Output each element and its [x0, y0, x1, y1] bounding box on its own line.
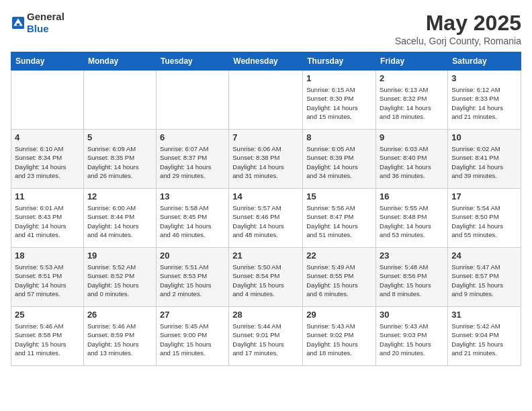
calendar-cell: 21Sunrise: 5:50 AM Sunset: 8:54 PM Dayli… [229, 248, 303, 307]
calendar-cell [229, 71, 303, 130]
day-info: Sunrise: 5:58 AM Sunset: 8:45 PM Dayligh… [160, 203, 225, 239]
day-number: 28 [232, 310, 299, 320]
day-info: Sunrise: 5:50 AM Sunset: 8:54 PM Dayligh… [232, 263, 299, 298]
day-info: Sunrise: 6:03 AM Sunset: 8:40 PM Dayligh… [380, 144, 444, 180]
title-block: May 2025 Sacelu, Gorj County, Romania [395, 11, 521, 46]
calendar-cell: 24Sunrise: 5:47 AM Sunset: 8:57 PM Dayli… [448, 248, 521, 307]
day-info: Sunrise: 6:05 AM Sunset: 8:39 PM Dayligh… [306, 144, 372, 180]
day-info: Sunrise: 6:12 AM Sunset: 8:33 PM Dayligh… [451, 85, 517, 121]
calendar-cell: 9Sunrise: 6:03 AM Sunset: 8:40 PM Daylig… [376, 130, 448, 189]
day-info: Sunrise: 5:57 AM Sunset: 8:46 PM Dayligh… [232, 203, 299, 239]
day-number: 30 [380, 310, 444, 320]
calendar-cell: 8Sunrise: 6:05 AM Sunset: 8:39 PM Daylig… [303, 130, 376, 189]
day-info: Sunrise: 5:48 AM Sunset: 8:56 PM Dayligh… [380, 263, 444, 298]
calendar-table: SundayMondayTuesdayWednesdayThursdayFrid… [11, 52, 521, 366]
calendar-cell [156, 71, 228, 130]
weekday-header-tuesday: Tuesday [156, 52, 228, 71]
day-info: Sunrise: 6:09 AM Sunset: 8:35 PM Dayligh… [87, 144, 152, 180]
day-number: 9 [380, 132, 444, 142]
day-number: 27 [160, 310, 225, 320]
week-row-1: 1Sunrise: 6:15 AM Sunset: 8:30 PM Daylig… [11, 71, 521, 130]
day-info: Sunrise: 6:07 AM Sunset: 8:37 PM Dayligh… [160, 144, 225, 180]
calendar-cell: 12Sunrise: 6:00 AM Sunset: 8:44 PM Dayli… [83, 189, 156, 248]
day-info: Sunrise: 6:15 AM Sunset: 8:30 PM Dayligh… [306, 85, 372, 121]
week-row-5: 25Sunrise: 5:46 AM Sunset: 8:58 PM Dayli… [11, 307, 521, 366]
day-info: Sunrise: 5:44 AM Sunset: 9:01 PM Dayligh… [232, 322, 299, 357]
day-info: Sunrise: 5:54 AM Sunset: 8:50 PM Dayligh… [451, 203, 517, 239]
calendar-cell: 28Sunrise: 5:44 AM Sunset: 9:01 PM Dayli… [229, 307, 303, 366]
day-number: 24 [451, 250, 517, 261]
calendar-cell: 3Sunrise: 6:12 AM Sunset: 8:33 PM Daylig… [448, 71, 521, 130]
logo-general: General [27, 11, 64, 22]
day-number: 19 [87, 250, 152, 261]
day-number: 26 [87, 310, 152, 320]
weekday-header-sunday: Sunday [11, 52, 84, 71]
week-row-2: 4Sunrise: 6:10 AM Sunset: 8:34 PM Daylig… [11, 130, 521, 189]
weekday-header-row: SundayMondayTuesdayWednesdayThursdayFrid… [11, 52, 521, 71]
day-info: Sunrise: 5:46 AM Sunset: 8:58 PM Dayligh… [15, 322, 80, 357]
weekday-header-wednesday: Wednesday [229, 52, 303, 71]
calendar-cell: 6Sunrise: 6:07 AM Sunset: 8:37 PM Daylig… [156, 130, 228, 189]
day-info: Sunrise: 5:42 AM Sunset: 9:04 PM Dayligh… [451, 322, 517, 357]
day-number: 13 [160, 191, 225, 201]
calendar-cell: 17Sunrise: 5:54 AM Sunset: 8:50 PM Dayli… [448, 189, 521, 248]
calendar-cell: 1Sunrise: 6:15 AM Sunset: 8:30 PM Daylig… [303, 71, 376, 130]
calendar-cell: 13Sunrise: 5:58 AM Sunset: 8:45 PM Dayli… [156, 189, 228, 248]
day-info: Sunrise: 6:06 AM Sunset: 8:38 PM Dayligh… [232, 144, 299, 180]
calendar-cell: 26Sunrise: 5:46 AM Sunset: 8:59 PM Dayli… [83, 307, 156, 366]
calendar-cell: 18Sunrise: 5:53 AM Sunset: 8:51 PM Dayli… [11, 248, 84, 307]
calendar-cell: 2Sunrise: 6:13 AM Sunset: 8:32 PM Daylig… [376, 71, 448, 130]
calendar-cell: 22Sunrise: 5:49 AM Sunset: 8:55 PM Dayli… [303, 248, 376, 307]
weekday-header-saturday: Saturday [448, 52, 521, 71]
day-number: 29 [306, 310, 372, 320]
day-number: 3 [451, 73, 517, 83]
calendar-cell: 11Sunrise: 6:01 AM Sunset: 8:43 PM Dayli… [11, 189, 84, 248]
calendar-cell: 16Sunrise: 5:55 AM Sunset: 8:48 PM Dayli… [376, 189, 448, 248]
day-number: 31 [451, 310, 517, 320]
page-header: General Blue May 2025 Sacelu, Gorj Count… [11, 11, 521, 46]
month-title: May 2025 [395, 11, 521, 36]
calendar-cell: 15Sunrise: 5:56 AM Sunset: 8:47 PM Dayli… [303, 189, 376, 248]
day-number: 6 [160, 132, 225, 142]
day-info: Sunrise: 5:56 AM Sunset: 8:47 PM Dayligh… [306, 203, 372, 239]
day-info: Sunrise: 6:13 AM Sunset: 8:32 PM Dayligh… [380, 85, 444, 121]
day-info: Sunrise: 5:46 AM Sunset: 8:59 PM Dayligh… [87, 322, 152, 357]
week-row-4: 18Sunrise: 5:53 AM Sunset: 8:51 PM Dayli… [11, 248, 521, 307]
day-number: 7 [232, 132, 299, 142]
day-number: 18 [15, 250, 80, 261]
day-number: 11 [15, 191, 80, 201]
weekday-header-friday: Friday [376, 52, 448, 71]
svg-rect-2 [17, 24, 20, 26]
day-info: Sunrise: 5:43 AM Sunset: 9:03 PM Dayligh… [380, 322, 444, 357]
day-number: 5 [87, 132, 152, 142]
day-info: Sunrise: 5:52 AM Sunset: 8:52 PM Dayligh… [87, 263, 152, 298]
day-number: 15 [306, 191, 372, 201]
logo: General Blue [11, 11, 64, 35]
day-info: Sunrise: 6:01 AM Sunset: 8:43 PM Dayligh… [15, 203, 80, 239]
day-info: Sunrise: 5:51 AM Sunset: 8:53 PM Dayligh… [160, 263, 225, 298]
calendar-cell: 4Sunrise: 6:10 AM Sunset: 8:34 PM Daylig… [11, 130, 84, 189]
day-number: 21 [232, 250, 299, 261]
calendar-cell: 7Sunrise: 6:06 AM Sunset: 8:38 PM Daylig… [229, 130, 303, 189]
calendar-cell [11, 71, 84, 130]
day-info: Sunrise: 5:49 AM Sunset: 8:55 PM Dayligh… [306, 263, 372, 298]
day-info: Sunrise: 5:43 AM Sunset: 9:02 PM Dayligh… [306, 322, 372, 357]
calendar-cell: 31Sunrise: 5:42 AM Sunset: 9:04 PM Dayli… [448, 307, 521, 366]
calendar-cell: 19Sunrise: 5:52 AM Sunset: 8:52 PM Dayli… [83, 248, 156, 307]
calendar-cell: 30Sunrise: 5:43 AM Sunset: 9:03 PM Dayli… [376, 307, 448, 366]
calendar-cell: 27Sunrise: 5:45 AM Sunset: 9:00 PM Dayli… [156, 307, 228, 366]
logo-icon [12, 17, 24, 29]
day-info: Sunrise: 5:45 AM Sunset: 9:00 PM Dayligh… [160, 322, 225, 357]
calendar-cell: 20Sunrise: 5:51 AM Sunset: 8:53 PM Dayli… [156, 248, 228, 307]
day-info: Sunrise: 6:00 AM Sunset: 8:44 PM Dayligh… [87, 203, 152, 239]
day-number: 17 [451, 191, 517, 201]
calendar-cell [83, 71, 156, 130]
day-number: 8 [306, 132, 372, 142]
day-number: 14 [232, 191, 299, 201]
day-info: Sunrise: 6:02 AM Sunset: 8:41 PM Dayligh… [451, 144, 517, 180]
day-number: 20 [160, 250, 225, 261]
day-number: 22 [306, 250, 372, 261]
calendar-cell: 29Sunrise: 5:43 AM Sunset: 9:02 PM Dayli… [303, 307, 376, 366]
calendar-cell: 10Sunrise: 6:02 AM Sunset: 8:41 PM Dayli… [448, 130, 521, 189]
day-number: 25 [15, 310, 80, 320]
